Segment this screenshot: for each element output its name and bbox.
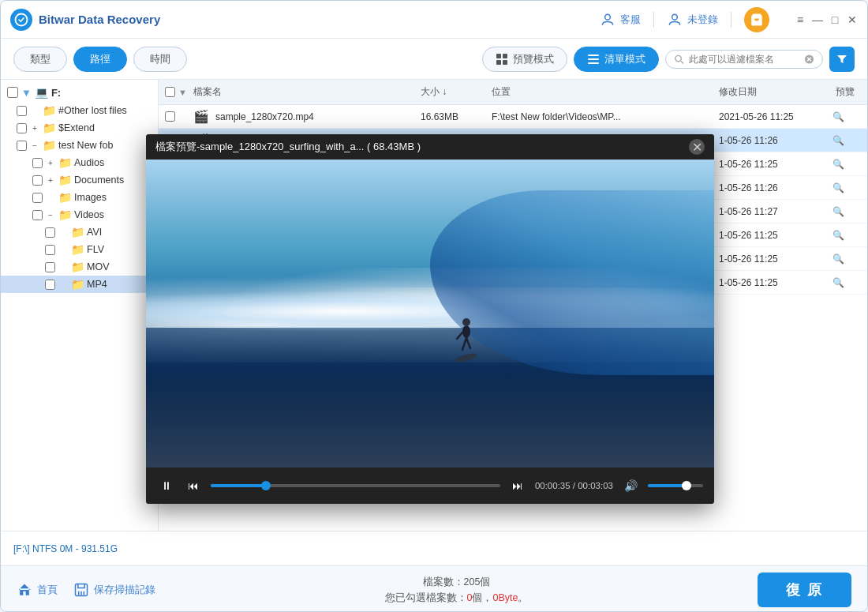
svg-point-0	[16, 13, 28, 25]
check-flv[interactable]	[45, 245, 55, 255]
tab-type[interactable]: 類型	[13, 47, 67, 72]
row-check-0[interactable]	[165, 111, 175, 122]
time-display: 00:00:35 / 00:03:03	[535, 481, 613, 490]
sidebar-item-test-new-fob[interactable]: − 📁 test New fob	[1, 137, 158, 154]
cart-btn[interactable]	[744, 7, 769, 32]
selected-count: 您已勾選檔案數：0個，0Byte。	[171, 590, 742, 606]
progress-track[interactable]	[211, 484, 500, 487]
progress-fill	[211, 484, 266, 487]
toolbar: 類型 路徑 時間 預覽模式 清單模式	[1, 39, 867, 80]
folder-icon-test: 📁	[43, 139, 56, 152]
file-name-0: 🎬 sample_1280x720.mp4	[193, 109, 421, 124]
check-documents[interactable]	[32, 175, 43, 186]
svg-point-21	[455, 352, 477, 364]
expand-audios: +	[45, 157, 56, 168]
menu-btn[interactable]: ≡	[795, 14, 806, 25]
file-stats: 檔案數：205個 您已勾選檔案數：0個，0Byte。	[171, 574, 742, 606]
check-mp4[interactable]	[45, 280, 55, 290]
folder-icon-avi: 📁	[71, 226, 84, 238]
svg-rect-7	[588, 54, 599, 56]
folder-icon-videos: 📁	[58, 208, 72, 221]
sidebar-item-mp4[interactable]: 📁 MP4	[1, 276, 158, 293]
volume-track[interactable]	[648, 484, 703, 487]
search-icon	[674, 54, 684, 65]
preview-btn-1[interactable]: 🔍	[829, 132, 847, 149]
preview-btn-5[interactable]: 🔍	[829, 227, 847, 244]
sidebar-item-flv[interactable]: 📁 FLV	[1, 241, 158, 258]
sidebar-item-extend[interactable]: + 📁 $Extend	[1, 119, 158, 137]
close-btn[interactable]: ✕	[847, 14, 858, 25]
preview-btn-4[interactable]: 🔍	[829, 203, 847, 220]
pause-btn[interactable]: ⏸	[157, 476, 176, 495]
expand-flv	[58, 244, 69, 255]
view-list-btn[interactable]: 清單模式	[574, 47, 659, 72]
minimize-btn[interactable]: —	[812, 14, 823, 25]
filter-btn[interactable]	[829, 47, 855, 72]
select-all-checkbox[interactable]	[165, 87, 175, 97]
header-date: 修改日期	[719, 85, 829, 99]
preview-title: 檔案預覽-sample_1280x720_surfing_with_a... (…	[155, 140, 421, 154]
home-btn[interactable]: 首頁	[17, 582, 58, 598]
search-input[interactable]	[689, 54, 799, 65]
tab-path[interactable]: 路徑	[73, 47, 127, 72]
preview-btn-7[interactable]: 🔍	[829, 274, 847, 291]
header-size[interactable]: 大小 ↓	[421, 85, 492, 99]
sidebar-item-videos[interactable]: − 📁 Videos	[1, 206, 158, 223]
volume-icon[interactable]: 🔊	[621, 476, 640, 495]
folder-icon: 📁	[43, 104, 56, 117]
app-name: Bitwar Data Recovery	[39, 13, 600, 26]
folder-icon-mov: 📁	[71, 261, 84, 273]
sidebar-item-audios[interactable]: + 📁 Audios	[1, 154, 158, 171]
svg-point-16	[462, 325, 470, 338]
check-other-lost[interactable]	[17, 106, 27, 116]
file-date-6: 1-05-26 11:25	[719, 253, 829, 265]
statusbar: [F:\] NTFS 0M - 931.51G	[1, 531, 867, 565]
restore-btn[interactable]: 復 原	[758, 573, 851, 607]
preview-controls: ⏸ ⏮ ⏭ 00:00:35 / 00:03:03 🔊	[146, 467, 714, 504]
preview-close-btn[interactable]: ✕	[689, 139, 705, 155]
customer-service-btn[interactable]: 客服	[600, 12, 641, 28]
sidebar-item-images[interactable]: 📁 Images	[1, 189, 158, 206]
svg-point-1	[605, 14, 611, 20]
svg-point-2	[672, 14, 678, 20]
preview-btn-0[interactable]: 🔍	[829, 108, 847, 126]
clear-search-icon[interactable]	[804, 54, 814, 65]
svg-line-18	[457, 332, 462, 339]
view-preview-btn[interactable]: 預覽模式	[482, 47, 567, 72]
header-filename: 檔案名	[193, 85, 421, 99]
expand-avi	[58, 227, 69, 238]
check-test[interactable]	[17, 141, 27, 151]
preview-btn-6[interactable]: 🔍	[829, 250, 847, 268]
maximize-btn[interactable]: □	[829, 14, 840, 25]
bottombar: 首頁 保存掃描記錄 檔案數：205個 您已勾選檔案數：0個，0Byte。 復 原	[1, 565, 867, 612]
sidebar-item-documents[interactable]: + 📁 Documents	[1, 171, 158, 189]
check-audios[interactable]	[32, 158, 43, 168]
rewind-btn[interactable]: ⏮	[184, 476, 203, 495]
tab-time[interactable]: 時間	[133, 47, 187, 72]
check-images[interactable]	[32, 193, 43, 203]
check-videos[interactable]	[32, 210, 43, 220]
file-date-7: 1-05-26 11:25	[719, 277, 829, 288]
check-mov[interactable]	[45, 262, 55, 272]
volume-thumb	[682, 481, 691, 490]
check-extend[interactable]	[17, 123, 27, 133]
home-icon	[17, 582, 32, 598]
sidebar-item-avi[interactable]: 📁 AVI	[1, 223, 158, 241]
forward-btn[interactable]: ⏭	[508, 476, 527, 495]
sidebar-item-mov[interactable]: 📁 MOV	[1, 258, 158, 276]
file-date-4: 1-05-26 11:27	[719, 206, 829, 217]
file-date-5: 1-05-26 11:25	[719, 230, 829, 241]
root-checkbox[interactable]	[7, 87, 18, 98]
divider2	[731, 12, 731, 28]
check-avi[interactable]	[45, 227, 55, 238]
save-scan-btn[interactable]: 保存掃描記錄	[73, 582, 155, 598]
expand-documents: +	[45, 175, 56, 186]
preview-btn-2[interactable]: 🔍	[829, 156, 847, 173]
file-date-2: 1-05-26 11:25	[719, 159, 829, 170]
preview-btn-3[interactable]: 🔍	[829, 179, 847, 197]
login-btn[interactable]: 未登錄	[667, 12, 718, 28]
volume-fill	[648, 484, 687, 487]
svg-line-11	[681, 61, 683, 63]
file-row[interactable]: 🎬 sample_1280x720.mp4 16.63MB F:\test Ne…	[159, 105, 867, 129]
sidebar-item-other-lost[interactable]: 📁 #Other lost files	[1, 102, 158, 119]
